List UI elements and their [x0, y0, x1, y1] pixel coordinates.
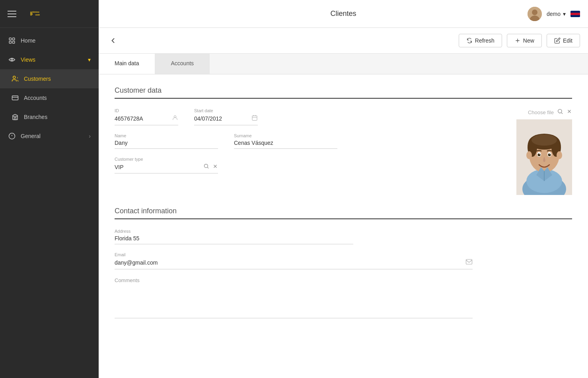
sidebar-branches-label: Branches [24, 114, 47, 120]
tab-accounts-label: Accounts [171, 60, 194, 66]
surname-value: Cenas Vásquez [234, 140, 273, 146]
start-date-value: 04/07/2012 [194, 115, 222, 122]
new-button[interactable]: New [507, 34, 542, 47]
refresh-label: Refresh [475, 37, 495, 44]
surname-field: Surname Cenas Vásquez [234, 133, 337, 149]
email-send-icon[interactable] [465, 259, 473, 267]
tab-main-data[interactable]: Main data [99, 54, 155, 74]
sidebar-item-views[interactable]: Views ▾ [0, 50, 99, 69]
logo-icon: ontimize web [30, 3, 51, 24]
address-field: Address Florida 55 [115, 229, 353, 244]
comments-row: Comments [115, 277, 572, 318]
choose-file-label: Choose file [528, 109, 554, 115]
customer-form: ID 46576728A [115, 108, 477, 195]
svg-rect-10 [13, 117, 18, 120]
id-field: ID 46576728A [115, 108, 178, 125]
general-icon [8, 132, 16, 140]
svg-point-7 [11, 59, 13, 61]
edit-icon [554, 37, 561, 44]
sidebar-accounts-label: Accounts [24, 95, 47, 101]
address-value: Florida 55 [115, 235, 139, 242]
sidebar-home-label: Home [21, 37, 35, 44]
topbar: Clientes demo ▾ [99, 0, 588, 28]
comments-field: Comments [115, 277, 473, 318]
person-icon [172, 115, 178, 123]
customer-photo-image [516, 119, 572, 195]
id-date-row: ID 46576728A [115, 108, 477, 125]
topbar-username: demo [547, 11, 561, 17]
svg-point-18 [204, 164, 208, 168]
hamburger-menu[interactable] [0, 0, 24, 28]
main-wrapper: Clientes demo ▾ [99, 0, 588, 378]
accounts-icon [11, 94, 19, 102]
address-row: Address Florida 55 [115, 229, 572, 244]
contact-info-section: Contact information Address Florida 55 [115, 207, 572, 318]
sidebar-item-home[interactable]: Home [0, 31, 99, 50]
svg-rect-9 [12, 96, 18, 100]
calendar-icon[interactable] [251, 115, 258, 123]
svg-point-14 [532, 10, 537, 15]
refresh-button[interactable]: Refresh [459, 34, 502, 47]
plus-icon [514, 37, 521, 44]
start-date-value-container: 04/07/2012 [194, 115, 258, 125]
email-value: dany@gmail.com [115, 259, 158, 266]
customer-photo [516, 119, 572, 195]
surname-value-container: Cenas Vásquez [234, 140, 337, 149]
contact-info-header: Contact information [115, 207, 572, 219]
record-view: Refresh New Edit [99, 28, 588, 378]
sidebar-general-label: General [21, 133, 41, 139]
svg-rect-11 [14, 118, 16, 120]
svg-rect-37 [466, 259, 472, 264]
record-toolbar: Refresh New Edit [99, 28, 588, 54]
svg-rect-6 [13, 41, 15, 43]
topbar-user[interactable]: demo ▾ [547, 11, 566, 17]
start-date-label: Start date [194, 108, 258, 113]
customers-icon [11, 75, 19, 83]
avatar-image [528, 7, 542, 21]
sidebar-item-accounts[interactable]: Accounts [0, 88, 99, 107]
customer-type-search-icon[interactable] [203, 163, 209, 171]
edit-button[interactable]: Edit [547, 34, 580, 47]
tab-accounts[interactable]: Accounts [155, 54, 210, 74]
sidebar-customers-label: Customers [24, 76, 51, 82]
customer-type-clear-icon[interactable] [212, 164, 218, 171]
topbar-title: Clientes [330, 10, 356, 18]
svg-rect-3 [9, 38, 11, 40]
customer-type-field: Customer type VIP [115, 157, 218, 173]
customer-type-label: Customer type [115, 157, 218, 162]
svg-point-32 [548, 154, 551, 156]
surname-label: Surname [234, 133, 337, 138]
customer-photo-area: Choose file [493, 108, 572, 195]
photo-controls: Choose file [493, 108, 572, 116]
topbar-dropdown-icon: ▾ [563, 11, 566, 17]
content-area: Refresh New Edit [99, 28, 588, 378]
topbar-right: demo ▾ [528, 7, 580, 21]
sidebar-item-customers[interactable]: Customers [0, 69, 99, 88]
email-value-container: dany@gmail.com [115, 259, 473, 269]
id-value-container: 46576728A [115, 115, 178, 125]
svg-text:web: web [35, 14, 40, 16]
language-flag-icon[interactable] [570, 11, 580, 17]
sidebar-item-branches[interactable]: Branches [0, 107, 99, 127]
name-value: Dany [115, 140, 128, 146]
sidebar-views-label: Views [21, 57, 35, 63]
svg-point-31 [538, 154, 541, 156]
sidebar-item-general[interactable]: General › [0, 127, 99, 146]
name-surname-row: Name Dany Surname Cenas Vásquez [115, 133, 477, 149]
photo-search-icon[interactable] [557, 108, 563, 116]
comments-label: Comments [115, 277, 473, 283]
refresh-icon [466, 37, 473, 44]
email-row: Email dany@gmail.com [115, 252, 572, 269]
comments-value[interactable] [115, 286, 473, 318]
svg-point-36 [557, 151, 562, 159]
views-chevron-icon: ▾ [88, 57, 91, 63]
name-field: Name Dany [115, 133, 218, 149]
email-label: Email [115, 252, 473, 257]
svg-rect-5 [9, 41, 11, 43]
photo-clear-icon[interactable] [567, 109, 572, 116]
name-label: Name [115, 133, 218, 138]
back-button[interactable] [107, 34, 119, 47]
email-field: Email dany@gmail.com [115, 252, 473, 269]
hamburger-icon [8, 11, 16, 17]
id-label: ID [115, 108, 178, 113]
